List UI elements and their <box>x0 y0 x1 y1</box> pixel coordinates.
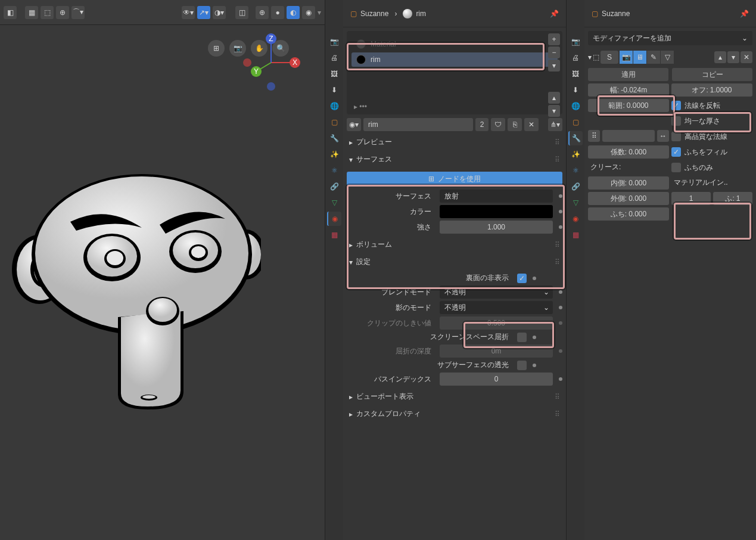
hq-normals-checkbox[interactable] <box>671 132 681 141</box>
backface-checkbox[interactable]: ✓ <box>517 274 527 283</box>
slot-down-button[interactable]: ▾ <box>548 105 560 117</box>
volume-section[interactable]: ▸ ボリューム ⠿ <box>347 236 562 253</box>
modifier-name-field[interactable]: S <box>601 51 618 64</box>
apply-button[interactable]: 適用 <box>588 68 668 81</box>
material-slots[interactable]: Material rim ▸ ••• + − ▾ ▴ ▾ <box>347 31 562 114</box>
tab-modifier-icon[interactable]: 🔧 <box>327 131 341 145</box>
tab-physics-icon[interactable]: ⚛ <box>568 163 583 178</box>
chevron-down-icon[interactable]: ▾ <box>588 53 592 61</box>
preview-section[interactable]: ▸ プレビュー ⠿ <box>347 134 562 151</box>
tab-texture-icon[interactable]: ▦ <box>568 228 583 242</box>
drag-icon[interactable]: ⠿ <box>555 241 560 249</box>
user-count[interactable]: 2 <box>475 118 489 131</box>
blend-dropdown[interactable]: 不透明⌄ <box>440 285 553 299</box>
anim-dot-icon[interactable] <box>533 277 536 280</box>
matcap-shading-icon[interactable]: ◐ <box>287 6 300 19</box>
tab-world-icon[interactable]: 🌐 <box>568 99 583 113</box>
tab-object-icon[interactable]: ▢ <box>327 115 341 129</box>
new-material-icon[interactable]: ⎘ <box>508 118 522 131</box>
tab-scene-icon[interactable]: ⬇ <box>327 83 341 97</box>
settings-section[interactable]: ▾ 設定 ⠿ <box>347 253 562 271</box>
strength-field[interactable]: 1.000 <box>440 221 553 234</box>
show-viewport-icon[interactable]: 🖥 <box>633 51 646 64</box>
viewport-3d[interactable]: ◧ ▦ ⬚ ⊕ ⌒▾ 👁▾ ↗▾ ◑▾ ◫ ⊕ ● ◐ ◉ ▾ ⊞ 📷 ✋ 🔍 <box>0 0 325 540</box>
copy-button[interactable]: コピー <box>672 68 752 81</box>
custom-props-section[interactable]: ▸ カスタムプロパティ ⠿ <box>347 405 562 423</box>
xray-icon[interactable]: ◫ <box>235 6 248 19</box>
gizmo-toggle-icon[interactable]: ↗▾ <box>197 6 210 19</box>
material-slot-0[interactable]: Material <box>351 37 558 51</box>
tab-mesh-icon[interactable]: ▽ <box>327 195 341 210</box>
socket-icon[interactable] <box>559 225 562 229</box>
factor-field[interactable]: 係数: 0.000 <box>588 145 669 159</box>
material-slot-1[interactable]: rim <box>351 52 558 67</box>
tab-modifier-icon[interactable]: 🔧 <box>568 131 583 145</box>
tab-render-icon[interactable]: 📷 <box>327 35 341 49</box>
show-cage-icon[interactable]: ▽ <box>661 51 674 64</box>
flip-normals-checkbox[interactable]: ✓ <box>671 101 681 110</box>
viewport-display-section[interactable]: ▸ ビューポート表示 ⠿ <box>347 388 562 405</box>
invert-icon[interactable]: ↔ <box>657 130 669 142</box>
visibility-icon[interactable]: 👁▾ <box>182 6 195 19</box>
cursor-icon[interactable]: ⊕ <box>56 6 69 19</box>
inner-field[interactable]: 内側: 0.000 <box>588 176 669 190</box>
tab-world-icon[interactable]: 🌐 <box>327 99 341 113</box>
move-down-icon[interactable]: ▾ <box>727 51 739 63</box>
render-shading-icon[interactable]: ◉ <box>302 6 315 19</box>
shadow-dropdown[interactable]: 不透明⌄ <box>440 301 553 314</box>
material-name-field[interactable]: rim <box>363 118 473 131</box>
anim-dot-icon[interactable] <box>559 377 562 381</box>
tab-constraint-icon[interactable]: 🔗 <box>327 179 341 194</box>
offset-field[interactable]: オフ: 1.0000 <box>671 83 752 97</box>
surface-shader-dropdown[interactable]: 放射 <box>440 190 553 203</box>
fake-user-icon[interactable]: 🛡 <box>491 118 505 131</box>
pass-field[interactable]: 0 <box>440 373 553 386</box>
tab-output-icon[interactable]: 🖨 <box>327 51 341 65</box>
editor-type-icon[interactable]: ◧ <box>4 6 17 19</box>
tab-texture-icon[interactable]: ▦ <box>327 228 341 242</box>
tab-render-icon[interactable]: 📷 <box>568 35 583 49</box>
wireframe-shading-icon[interactable]: ⊕ <box>256 6 269 19</box>
width-field[interactable]: 幅: -0.024m <box>588 83 669 97</box>
rim-only-checkbox[interactable] <box>671 163 681 172</box>
tab-physics-icon[interactable]: ⚛ <box>327 163 341 178</box>
remove-slot-button[interactable]: − <box>548 46 560 58</box>
nodetree-icon[interactable]: ⋔▾ <box>548 118 562 131</box>
tab-material-icon[interactable]: ◉ <box>327 212 341 226</box>
fill-rim-checkbox[interactable]: ✓ <box>671 147 681 157</box>
tab-view-icon[interactable]: 🖼 <box>327 67 341 81</box>
anim-dot-icon[interactable] <box>533 364 536 367</box>
rim-crease-field[interactable]: ふち: 0.000 <box>588 207 669 221</box>
tab-material-icon[interactable]: ◉ <box>568 212 583 226</box>
vgroup-field[interactable] <box>602 130 655 142</box>
surface-section[interactable]: ▾ サーフェス ⠿ <box>347 151 562 168</box>
viewport-scene[interactable]: ⊞ 📷 ✋ 🔍 X Z Y <box>0 25 325 540</box>
nav-gizmo[interactable]: X Z Y <box>238 30 304 95</box>
slot-menu-button[interactable]: ▾ <box>548 60 560 72</box>
tab-output-icon[interactable]: 🖨 <box>568 51 583 65</box>
add-slot-button[interactable]: + <box>548 33 560 45</box>
close-icon[interactable]: ✕ <box>741 51 752 63</box>
unlink-icon[interactable]: ✕ <box>524 118 539 131</box>
mat-idx-field[interactable]: 1 <box>671 192 711 205</box>
color-field[interactable] <box>440 205 553 218</box>
expand-icon[interactable]: ▸ ••• <box>354 103 367 111</box>
select-icon[interactable]: ⬚ <box>41 6 54 19</box>
drag-icon[interactable]: ⠿ <box>555 156 560 164</box>
ssr-checkbox[interactable] <box>517 333 527 342</box>
pin-icon[interactable]: 📌 <box>550 10 559 18</box>
camera-view-icon[interactable]: ⊞ <box>208 40 225 57</box>
mat-idx-rim-field[interactable]: ふ: 1 <box>713 192 752 205</box>
tab-constraint-icon[interactable]: 🔗 <box>568 179 583 194</box>
drag-icon[interactable]: ⠿ <box>555 258 560 266</box>
add-modifier-dropdown[interactable]: モディファイアーを追加 ⌄ <box>588 31 752 45</box>
mode-icon[interactable]: ▦ <box>25 6 38 19</box>
suzanne-mesh[interactable] <box>11 144 261 412</box>
tab-scene-icon[interactable]: ⬇ <box>568 83 583 97</box>
sss-checkbox[interactable] <box>517 361 527 370</box>
widget-icon[interactable]: ⌒▾ <box>71 6 85 19</box>
anim-dot-icon[interactable] <box>533 336 536 339</box>
socket-icon[interactable] <box>559 194 562 198</box>
solid-shading-icon[interactable]: ● <box>271 6 284 19</box>
slot-up-button[interactable]: ▴ <box>548 92 560 104</box>
